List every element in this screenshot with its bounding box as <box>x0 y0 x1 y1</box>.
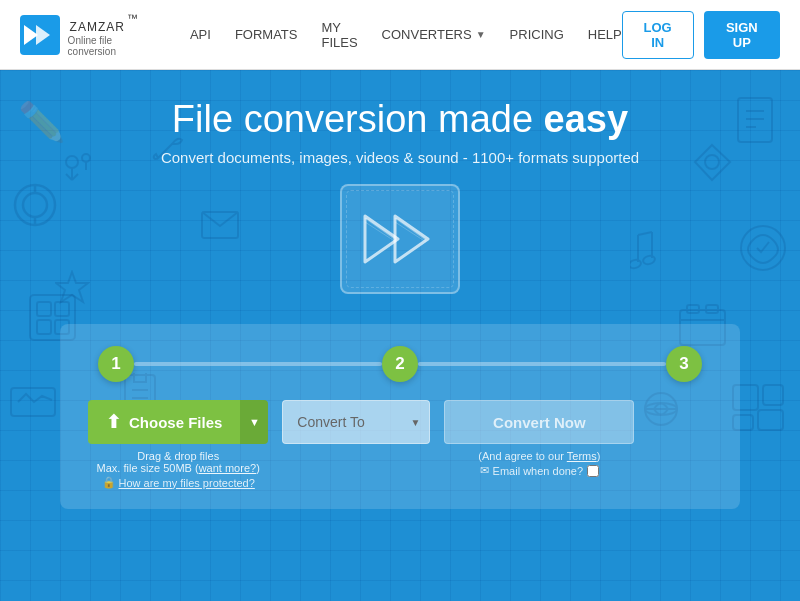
brand-name: ZAMZAR™ <box>68 13 150 35</box>
svg-line-51 <box>395 222 426 242</box>
converters-dropdown-arrow: ▼ <box>476 29 486 40</box>
convert-to-dropdown[interactable]: Convert To PDF MP4 JPG MP3 DOCX PNG <box>282 400 430 444</box>
nav-item-converters[interactable]: CONVERTERS ▼ <box>382 27 486 42</box>
want-more-link[interactable]: want more? <box>199 462 256 474</box>
convert-to-select[interactable]: Convert To PDF MP4 JPG MP3 DOCX PNG <box>282 400 430 444</box>
convert-hints: (And agree to our Terms) <box>444 450 634 462</box>
lock-icon: 🔒 <box>102 476 116 489</box>
convert-now-button[interactable]: Convert Now <box>444 400 634 444</box>
svg-rect-18 <box>738 98 772 142</box>
svg-line-49 <box>365 222 396 242</box>
file-protection-link[interactable]: 🔒 How are my files protected? <box>88 476 268 489</box>
center-logo <box>340 184 460 294</box>
logo-icon <box>20 15 60 55</box>
step-line-2 <box>418 362 666 366</box>
svg-rect-29 <box>763 385 783 405</box>
nav-links: API FORMATS MY FILES CONVERTERS ▼ PRICIN… <box>190 20 622 50</box>
file-hints: Drag & drop files Max. file size 50MB (w… <box>88 450 268 489</box>
svg-marker-1 <box>36 25 50 45</box>
signup-button[interactable]: SIGN UP <box>704 11 780 59</box>
svg-rect-17 <box>11 388 55 416</box>
nav-actions: LOG IN SIGN UP <box>622 11 780 59</box>
envelope-icon: ✉ <box>480 464 489 477</box>
convert-to-group: Convert To PDF MP4 JPG MP3 DOCX PNG <box>282 400 430 444</box>
login-button[interactable]: LOG IN <box>622 11 694 59</box>
step-line-1 <box>134 362 382 366</box>
nav-item-api[interactable]: API <box>190 27 211 42</box>
steps-row: 1 2 3 <box>88 346 712 382</box>
svg-point-2 <box>15 185 55 225</box>
navbar: ZAMZAR™ Online file conversion API FORMA… <box>0 0 800 70</box>
step-1-circle: 1 <box>98 346 134 382</box>
terms-link[interactable]: Terms <box>567 450 597 462</box>
hero-section: ✏️ <box>0 70 800 601</box>
logo-text: ZAMZAR™ Online file conversion <box>68 13 150 57</box>
svg-line-48 <box>365 218 396 240</box>
email-checkbox[interactable] <box>587 465 599 477</box>
nav-item-pricing[interactable]: PRICING <box>510 27 564 42</box>
upload-icon: ⬆ <box>106 411 121 433</box>
hero-subtitle: Convert documents, images, videos & soun… <box>161 149 639 166</box>
svg-rect-31 <box>758 410 783 430</box>
drag-drop-text: Drag & drop files <box>88 450 268 462</box>
svg-marker-0 <box>24 25 38 45</box>
choose-files-group: ⬆ Choose Files ▼ Drag & drop files Max. … <box>88 400 268 489</box>
nav-item-myfiles[interactable]: MY FILES <box>321 20 357 50</box>
convert-now-group: Convert Now (And agree to our Terms) ✉ E… <box>444 400 634 477</box>
nav-item-help[interactable]: HELP <box>588 27 622 42</box>
choose-files-button[interactable]: ⬆ Choose Files <box>88 400 240 444</box>
hero-content: File conversion made easy Convert docume… <box>60 70 740 509</box>
nav-item-formats[interactable]: FORMATS <box>235 27 298 42</box>
svg-rect-14 <box>37 320 51 334</box>
hero-title: File conversion made easy <box>172 98 628 141</box>
svg-line-50 <box>395 218 426 240</box>
converter-box: 1 2 3 ⬆ Choose Files ▼ <box>60 324 740 509</box>
svg-rect-13 <box>37 302 51 316</box>
choose-btn-wrap: ⬆ Choose Files ▼ <box>88 400 268 444</box>
dropdown-arrow-icon: ▼ <box>249 416 260 428</box>
svg-marker-46 <box>365 216 398 262</box>
logo[interactable]: ZAMZAR™ Online file conversion <box>20 13 150 57</box>
svg-point-3 <box>23 193 47 217</box>
brand-subtitle: Online file conversion <box>68 35 150 57</box>
email-row: ✉ Email when done? <box>444 464 634 477</box>
action-row: ⬆ Choose Files ▼ Drag & drop files Max. … <box>88 400 712 489</box>
svg-marker-47 <box>395 216 428 262</box>
step-2-circle: 2 <box>382 346 418 382</box>
choose-files-dropdown-button[interactable]: ▼ <box>240 400 268 444</box>
step-3-circle: 3 <box>666 346 702 382</box>
max-size-text: Max. file size 50MB (want more?) <box>88 462 268 474</box>
svg-point-23 <box>741 226 785 270</box>
